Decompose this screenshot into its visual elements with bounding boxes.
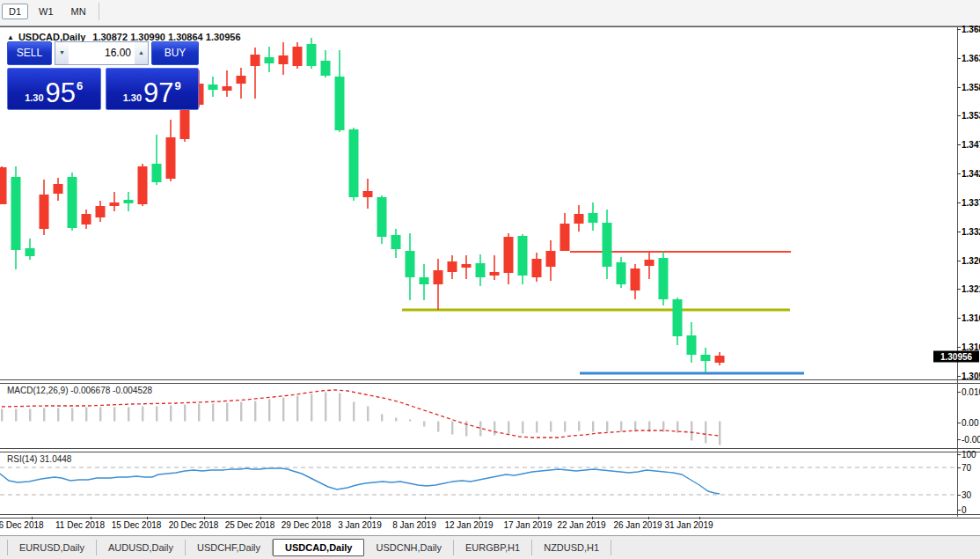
candle-body: [518, 236, 528, 276]
candle-body: [617, 262, 626, 284]
macd-histogram-bar: [409, 420, 411, 422]
chart-tab-usdcnh[interactable]: USDCNH,Daily: [364, 540, 454, 555]
macd-histogram-bar: [198, 404, 200, 422]
sell-price-tile[interactable]: 1.30 95 6: [7, 68, 101, 110]
sell-button[interactable]: SELL: [7, 41, 52, 65]
date-axis-tick: [479, 517, 480, 519]
price-axis-tick: [957, 232, 961, 232]
buy-button[interactable]: BUY: [151, 41, 199, 65]
candle-body: [701, 355, 711, 361]
candle-body: [420, 277, 429, 284]
chart-tab-eurusd[interactable]: EURUSD,Daily: [7, 540, 97, 555]
date-axis-label: 31 Jan 2019: [664, 520, 713, 530]
macd-histogram-bar: [550, 422, 552, 432]
macd-signal-line: [2, 390, 720, 438]
macd-histogram-bar: [282, 398, 284, 422]
rsi-label: RSI(14) 31.0448: [7, 454, 71, 464]
macd-histogram-bar: [71, 408, 73, 422]
volume-dropdown-icon[interactable]: ▼: [55, 42, 69, 64]
price-axis-label: 1.33730: [962, 198, 980, 208]
candle-body: [476, 263, 486, 277]
buy-price-point: 9: [175, 79, 181, 92]
chart-tab-nzdusd[interactable]: NZDUSD,H1: [532, 540, 611, 555]
date-axis-tick: [592, 517, 593, 519]
rsi-axis-label: 70: [962, 463, 971, 473]
separator-macd-rsi[interactable]: [0, 448, 980, 452]
price-axis-label: 1.32140: [962, 284, 980, 294]
macd-histogram-bar: [691, 422, 692, 441]
date-axis-label: 12 Jan 2019: [444, 520, 493, 530]
price-axis-tick: [957, 173, 961, 174]
sell-price-pips: 95: [46, 80, 76, 107]
volume-spinner-up-icon[interactable]: ▲: [135, 42, 148, 64]
macd-histogram-bar: [536, 422, 538, 433]
macd-histogram-bar: [170, 406, 172, 422]
candle-body: [223, 86, 232, 91]
collapse-icon[interactable]: ▲: [7, 33, 14, 41]
candle-body: [96, 206, 106, 217]
candle-body: [11, 177, 21, 250]
macd-histogram-bar: [57, 408, 59, 422]
sell-price-point: 6: [77, 79, 83, 92]
candle-body: [110, 202, 120, 206]
candle-body: [152, 164, 162, 182]
macd-histogram-bar: [381, 415, 383, 422]
current-price-badge: 1.30956: [933, 351, 979, 363]
macd-histogram-bar: [29, 409, 31, 422]
candle-body: [589, 213, 598, 223]
macd-histogram-bar: [226, 403, 228, 422]
candle-body: [124, 200, 134, 203]
price-axis-label: 1.32680: [962, 256, 980, 266]
candle-body: [673, 299, 683, 336]
macd-histogram-bar: [494, 422, 495, 436]
chart-tab-audusd[interactable]: AUDUSD,Daily: [97, 540, 186, 555]
candle-body: [265, 57, 274, 63]
candle-body: [26, 248, 35, 256]
candle-body: [504, 237, 514, 273]
candle-body: [138, 166, 148, 204]
price-axis-tick: [957, 289, 961, 290]
candle-body: [307, 44, 317, 66]
date-axis-tick: [32, 517, 33, 519]
macd-histogram-bar: [465, 422, 467, 437]
macd-histogram-bar: [254, 401, 256, 422]
date-axis-label: 20 Dec 2018: [169, 520, 219, 530]
date-axis-tick: [204, 517, 205, 519]
macd-histogram-bar: [311, 394, 312, 422]
macd-histogram-bar: [99, 408, 101, 422]
macd-histogram-bar: [423, 422, 425, 427]
candle-body: [279, 55, 289, 64]
date-axis-label: 29 Dec 2018: [282, 520, 332, 530]
rsi-axis-label: 0: [962, 505, 967, 515]
price-axis-tick: [957, 58, 961, 59]
price-axis-tick: [957, 87, 961, 88]
date-axis-label: 8 Jan 2019: [392, 520, 436, 530]
macd-histogram-bar: [15, 409, 17, 422]
chart-tab-eurgbp[interactable]: EURGBP,H1: [454, 540, 532, 555]
chart-tab-usdcad[interactable]: USDCAD,Daily: [273, 539, 364, 556]
date-axis-label: 6 Dec 2018: [0, 520, 44, 530]
rsi-axis-tick: [957, 495, 961, 496]
price-axis-label: 1.35320: [962, 111, 980, 121]
candle-body: [462, 264, 472, 268]
rsi-axis-label: 30: [962, 490, 971, 500]
price-axis-label: 1.35845: [962, 83, 980, 92]
macd-histogram-bar: [479, 422, 481, 437]
date-axis-tick: [425, 517, 426, 519]
separator-main-macd[interactable]: [0, 379, 980, 384]
volume-input[interactable]: 16.00: [69, 42, 135, 64]
date-axis-label: 26 Jan 2019: [613, 520, 662, 530]
chart-tab-usdchf[interactable]: USDCHF,Daily: [186, 540, 273, 555]
candle-body: [659, 258, 669, 299]
candle-body: [532, 259, 542, 277]
buy-price-tile[interactable]: 1.30 97 9: [106, 68, 200, 110]
one-click-trading-panel: SELL ▼ 16.00 ▲ BUY 1.30 95 6 1.30 97 9: [7, 41, 199, 110]
rsi-axis-tick: [957, 467, 961, 468]
price-axis-tick: [957, 144, 961, 145]
macd-axis-label: 0.00: [962, 418, 978, 428]
macd-histogram-bar: [508, 422, 509, 435]
macd-histogram-bar: [367, 407, 369, 422]
sell-price-base: 1.30: [25, 92, 43, 103]
macd-histogram-bar: [620, 422, 622, 432]
macd-histogram-bar: [212, 404, 214, 422]
